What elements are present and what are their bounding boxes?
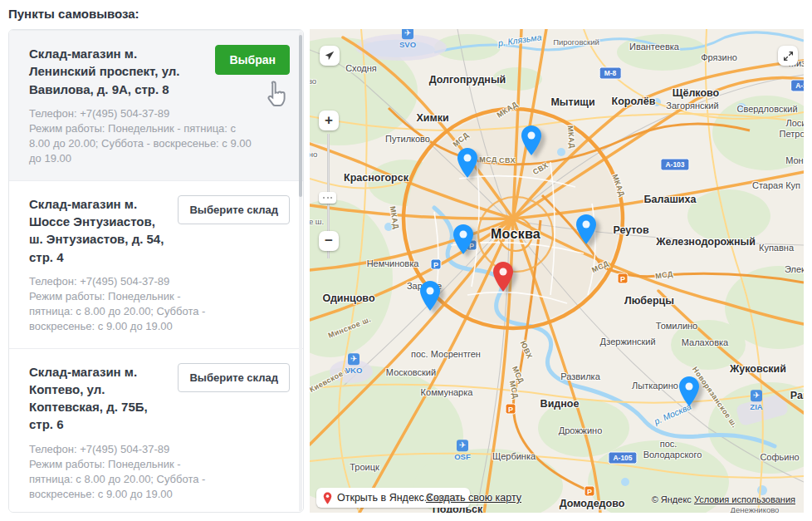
map[interactable]: р. КлязьмаПироговскийИвантеевкаФрязиноМи…: [310, 29, 804, 513]
warehouse-schedule: Режим работы: Понедельник - пятница: с 8…: [29, 121, 255, 167]
list-scrollbar-thumb[interactable]: [299, 35, 302, 197]
map-pin[interactable]: [492, 261, 514, 292]
select-warehouse-button[interactable]: Выберите склад: [178, 195, 290, 224]
warehouse-meta: Телефон: +7(495) 504-37-89 Режим работы:…: [29, 274, 208, 335]
pickup-points-page: Пункты самовывоза: Склад-магазин м. Лени…: [0, 0, 812, 521]
copyright-text: © Яндекс: [652, 494, 694, 504]
geolocation-arrow-icon: [324, 50, 335, 61]
zoom-slider-handle[interactable]: [319, 192, 336, 204]
map-pin[interactable]: [678, 376, 700, 407]
warehouse-title: Склад-магазин м. Ленинский проспект, ул.…: [29, 45, 207, 98]
warehouse-phone: Телефон: +7(495) 504-37-89: [29, 274, 208, 289]
map-pin[interactable]: [575, 214, 597, 245]
map-pin[interactable]: [521, 125, 542, 156]
page-title: Пункты самовывоза:: [8, 7, 139, 21]
pickup-card[interactable]: Склад-магазин м. Ленинский проспект, ул.…: [9, 30, 303, 180]
zoom-in-button[interactable]: +: [319, 111, 339, 130]
pickup-card[interactable]: Склад-магазин м. Шоссе Энтузиастов, ш. Э…: [9, 180, 303, 348]
warehouse-meta: Телефон: +7(495) 504-37-89 Режим работы:…: [29, 442, 208, 503]
geolocation-button[interactable]: [320, 46, 340, 66]
grip-icon: [323, 197, 332, 199]
map-pin[interactable]: [419, 280, 441, 312]
red-pin-icon: [323, 492, 332, 504]
warehouse-meta: Телефон: +7(495) 504-37-89 Режим работы:…: [29, 106, 255, 167]
map-pin[interactable]: [457, 147, 478, 179]
map-copyright: © Яндекс Условия использования: [652, 494, 795, 504]
terms-of-use-link[interactable]: Условия использования: [694, 494, 795, 504]
create-own-map-link[interactable]: Создать свою карту: [426, 492, 521, 504]
warehouse-title: Склад-магазин м. Коптево, ул. Коптевская…: [29, 363, 169, 434]
map-pin[interactable]: [452, 224, 474, 255]
warehouse-schedule: Режим работы: Понедельник - пятница: с 8…: [29, 289, 208, 335]
pickup-list-panel: Склад-магазин м. Ленинский проспект, ул.…: [8, 29, 304, 513]
select-warehouse-button[interactable]: Выбран: [215, 45, 290, 75]
warehouse-phone: Телефон: +7(495) 504-37-89: [29, 106, 255, 121]
warehouse-schedule: Режим работы: Понедельник - пятница: с 8…: [29, 457, 208, 503]
pickup-cards: Склад-магазин м. Ленинский проспект, ул.…: [9, 30, 303, 513]
select-warehouse-button[interactable]: Выберите склад: [178, 363, 290, 392]
pickup-card[interactable]: Склад-магазин м. Коптево, ул. Коптевская…: [9, 348, 303, 513]
fullscreen-button[interactable]: [778, 46, 798, 66]
warehouse-title: Склад-магазин м. Шоссе Энтузиастов, ш. Э…: [29, 195, 169, 266]
map-canvas: [310, 29, 804, 513]
list-scrollbar-track[interactable]: [299, 32, 302, 512]
warehouse-phone: Телефон: +7(495) 504-37-89: [29, 442, 208, 457]
zoom-out-button[interactable]: −: [319, 231, 339, 251]
expand-icon: [783, 51, 794, 61]
